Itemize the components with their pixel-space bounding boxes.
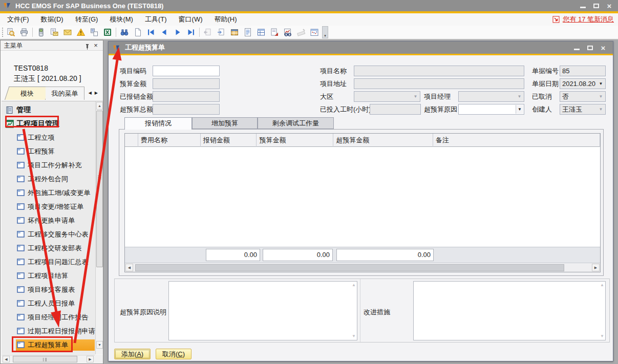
table-horizontal-scrollbar[interactable]: ◀ ▶ <box>125 263 600 272</box>
form-edit-icon[interactable] <box>268 27 281 38</box>
form-window-title-bar: 工程超预算单 <box>109 41 613 54</box>
sidebar-horizontal-scrollbar[interactable]: ◀ ▶ <box>2 355 95 363</box>
tab-remaining-debug-work[interactable]: 剩余调试工作量 <box>258 117 334 129</box>
column-header-rownum[interactable] <box>125 134 138 147</box>
sidebar-close-icon[interactable]: × <box>92 41 99 50</box>
pin-icon[interactable] <box>83 42 90 49</box>
maximize-button[interactable] <box>589 1 603 10</box>
tree-item-6[interactable]: 坏件更换申请单 <box>2 213 95 227</box>
tree-root-0[interactable]: 管理 <box>2 103 95 117</box>
form-close-button[interactable]: × <box>596 43 610 52</box>
tab-modules[interactable]: 模块 <box>5 87 50 100</box>
tree-item-12[interactable]: 工程人员日报单 <box>2 296 95 310</box>
tab-add-budget[interactable]: 增加预算 <box>192 117 258 129</box>
tree-item-7[interactable]: 工程移交服务中心表 <box>2 227 95 241</box>
cancel-button[interactable]: 取消(C) <box>156 349 191 359</box>
tree-item-13[interactable]: 项目经理周工作报告 <box>2 310 95 324</box>
excel-export-icon[interactable] <box>101 27 114 38</box>
last-record-icon[interactable] <box>184 27 198 38</box>
copy-icon[interactable] <box>88 27 101 38</box>
check-out-icon[interactable] <box>201 27 215 38</box>
form-minimize-button[interactable] <box>570 43 583 52</box>
tree-item-5[interactable]: 项目变更/增签证单 <box>2 200 95 213</box>
invested-hours-field <box>370 104 421 115</box>
notes-section: 超预算原因说明 ▲▼ 改进措施 ▲▼ <box>114 279 610 342</box>
reason-description-textarea[interactable]: ▲▼ <box>168 281 357 340</box>
tab-my-menu[interactable]: 我的菜单 <box>46 87 84 100</box>
improvement-measures-textarea[interactable]: ▲▼ <box>413 281 606 340</box>
tab-reimbursement[interactable]: 报销情况 <box>124 117 192 130</box>
scroll-down-icon[interactable]: ▼ <box>96 341 103 349</box>
add-button[interactable]: 添加(A) <box>114 349 151 359</box>
project-code-input[interactable] <box>153 66 220 76</box>
new-messages-link[interactable]: 您有 17 笔新消息 <box>552 13 614 26</box>
creator-dropdown: 王涟玉▼ <box>560 104 606 115</box>
table-scroll-left-icon[interactable]: ◀ <box>125 264 133 271</box>
doc-date-dropdown[interactable]: 2021.08.20▼ <box>560 78 606 89</box>
first-record-icon[interactable] <box>144 27 158 38</box>
tree-scrollbar-thumb[interactable] <box>96 111 103 267</box>
toolbar-overflow-button[interactable]: ▾ <box>322 26 328 38</box>
tree-root-1[interactable]: 工程项目管理 <box>2 117 95 131</box>
tree-item-4[interactable]: 外包施工增/减变更单 <box>2 186 95 200</box>
sidebar-hscroll-thumb[interactable] <box>13 356 77 362</box>
column-header-2[interactable]: 报销金额 <box>201 134 257 147</box>
form-window-controls: × <box>570 42 610 53</box>
column-header-1[interactable]: 费用名称 <box>138 134 201 147</box>
tree-item-2[interactable]: 项目工作分解补充 <box>2 158 95 172</box>
calendar-report-icon[interactable] <box>308 27 321 38</box>
close-button[interactable]: × <box>603 1 616 10</box>
menu-item-2[interactable]: 转至(G) <box>71 14 103 25</box>
column-header-4[interactable]: 超预算金额 <box>333 134 433 147</box>
toolbar-separator <box>116 28 116 37</box>
over-budget-reason-dropdown[interactable]: ▼ <box>458 104 524 115</box>
print-icon[interactable] <box>17 27 31 38</box>
tree-item-11[interactable]: 项目移交客服表 <box>2 283 95 296</box>
tree-item-0[interactable]: 工程立项 <box>2 131 95 144</box>
tree-item-14[interactable]: 过期工程日报报销申请 <box>2 324 95 338</box>
check-in-icon[interactable] <box>215 27 228 38</box>
column-header-5[interactable]: 备注 <box>433 134 600 147</box>
form-maximize-button[interactable] <box>583 43 596 52</box>
next-record-icon[interactable] <box>171 27 184 38</box>
menu-item-0[interactable]: 文件(F) <box>3 14 34 25</box>
scroll-left-icon[interactable]: ◀ <box>3 356 10 362</box>
find-icon[interactable] <box>118 27 131 38</box>
ruler-icon[interactable] <box>294 27 308 38</box>
scroll-right-icon[interactable]: ▶ <box>87 356 94 362</box>
expense-table: 费用名称报销金额预算金额超预算金额备注 0.00 0.00 0.00 ◀ ▶ <box>124 133 601 272</box>
form-settings-icon[interactable] <box>228 27 241 38</box>
handheld-device-icon[interactable] <box>34 27 48 38</box>
minimize-button[interactable] <box>576 1 589 10</box>
table-hscroll-thumb[interactable] <box>135 264 564 271</box>
chart-report-icon[interactable] <box>281 27 294 38</box>
tree-item-10[interactable]: 工程项目结算 <box>2 269 95 283</box>
menu-item-1[interactable]: 数据(D) <box>36 14 68 25</box>
table-view-icon[interactable] <box>254 27 268 38</box>
menu-item-6[interactable]: 帮助(H) <box>209 14 241 25</box>
tree-item-8[interactable]: 工程移交研发部表 <box>2 241 95 255</box>
mail-icon[interactable] <box>61 27 74 38</box>
menu-item-3[interactable]: 模块(M) <box>105 14 138 25</box>
tree-item-15[interactable]: 工程超预算单 <box>2 338 95 352</box>
window-icon <box>17 272 25 279</box>
print-preview-icon[interactable] <box>4 27 17 38</box>
menu-item-5[interactable]: 窗口(W) <box>174 14 207 25</box>
document-lines-icon[interactable] <box>241 27 254 38</box>
tree-item-9[interactable]: 工程项目问题汇总表 <box>2 255 95 269</box>
scroll-up-icon[interactable]: ▲ <box>96 102 103 110</box>
form-mail-icon[interactable] <box>48 27 61 38</box>
window-icon <box>17 259 25 265</box>
tree-vertical-scrollbar[interactable]: ▲ ▼ <box>95 101 103 354</box>
tab-scroll-arrows[interactable]: ◀▶ <box>89 91 101 95</box>
table-scroll-right-icon[interactable]: ▶ <box>592 264 600 271</box>
tree-item-3[interactable]: 工程外包合同 <box>2 172 95 186</box>
toolbar: ▾ <box>0 26 618 40</box>
new-document-icon[interactable] <box>131 27 144 38</box>
menu-item-4[interactable]: 工具(T) <box>140 14 172 25</box>
previous-record-icon[interactable] <box>158 27 171 38</box>
column-header-3[interactable]: 预算金额 <box>257 134 333 147</box>
tree-item-1[interactable]: 工程预算 <box>2 144 95 158</box>
warning-icon[interactable] <box>74 27 88 38</box>
sidebar-tabs: 模块 我的菜单 ◀▶ <box>1 87 103 100</box>
